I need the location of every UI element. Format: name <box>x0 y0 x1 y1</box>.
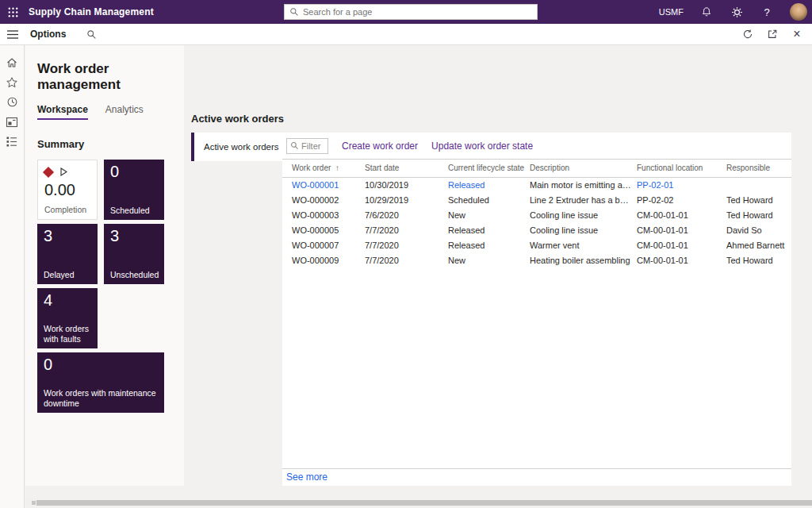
tile-value: 0 <box>110 163 119 181</box>
command-bar: Options <box>0 24 812 45</box>
lifecycle-state-cell: Released <box>448 222 530 237</box>
column-header-description[interactable]: Description <box>530 160 637 177</box>
tile-maintenance-downtime[interactable]: 0 Work orders with maintenance downtime <box>37 352 164 413</box>
functional-location-cell: CM-00-01-01 <box>637 222 726 237</box>
open-in-new-window-icon <box>767 29 778 40</box>
nav-recent-button[interactable] <box>2 92 21 112</box>
description-cell: Heating boiler assembling <box>530 252 637 267</box>
open-in-new-window-button[interactable] <box>764 25 781 43</box>
active-work-orders-heading: Active work orders <box>191 113 284 125</box>
start-date-cell: 10/30/2019 <box>365 177 448 192</box>
table-row[interactable]: WO-000009 7/7/2020 New Heating boiler as… <box>282 252 791 267</box>
responsible-cell: Ted Howard <box>726 207 791 222</box>
start-date-cell: 10/29/2019 <box>365 192 448 207</box>
work-order-cell[interactable]: WO-000002 <box>282 192 365 207</box>
tile-work-orders-with-faults[interactable]: 4 Work orders with faults <box>37 288 98 348</box>
column-header-functional-location[interactable]: Functional location <box>637 160 726 177</box>
page-search-box[interactable] <box>284 4 538 20</box>
column-header-lifecycle-state[interactable]: Current lifecycle state <box>448 160 530 177</box>
start-date-cell: 7/7/2020 <box>365 237 448 252</box>
responsible-cell: David So <box>726 222 791 237</box>
responsible-cell: Ted Howard <box>726 252 791 267</box>
lifecycle-state-cell: Scheduled <box>448 192 530 207</box>
work-order-cell[interactable]: WO-000003 <box>282 207 365 222</box>
gear-icon <box>731 6 743 18</box>
nav-workspaces-button[interactable] <box>2 112 21 132</box>
tile-label: Scheduled <box>110 206 161 216</box>
fault-diamond-icon <box>43 166 54 177</box>
tile-unscheduled[interactable]: 3 Unscheduled <box>104 224 164 284</box>
work-order-cell[interactable]: WO-000005 <box>282 222 365 237</box>
table-row[interactable]: WO-000002 10/29/2019 Scheduled Line 2 Ex… <box>282 192 791 207</box>
sort-ascending-icon: ↑ <box>335 164 339 172</box>
lifecycle-state-link[interactable]: Released <box>448 177 530 192</box>
description-cell: Cooling line issue <box>530 207 637 222</box>
refresh-button[interactable] <box>739 25 756 43</box>
work-order-cell[interactable]: WO-000009 <box>282 252 365 267</box>
table-row[interactable]: WO-000007 7/7/2020 Released Warmer vent … <box>282 237 791 252</box>
functional-location-link[interactable]: PP-02-01 <box>637 177 726 192</box>
waffle-icon <box>8 7 18 17</box>
nav-modules-button[interactable] <box>2 132 21 152</box>
see-more-link[interactable]: See more <box>286 471 327 483</box>
close-icon: × <box>793 28 800 40</box>
lifecycle-state-cell: New <box>448 207 530 222</box>
nav-rail <box>0 45 25 508</box>
grid-filter-input[interactable] <box>301 141 324 151</box>
grid-toolbar: Create work order Update work order stat… <box>282 133 791 159</box>
horizontal-scrollbar[interactable] <box>25 499 812 506</box>
search-icon <box>86 29 97 40</box>
grid-filter-box[interactable] <box>286 138 328 154</box>
toolbar-search-button[interactable] <box>86 29 97 40</box>
responsible-cell: Ted Howard <box>726 192 791 207</box>
nav-favorites-button[interactable] <box>2 72 21 92</box>
avatar[interactable] <box>790 3 807 21</box>
help-button[interactable]: ? <box>760 0 774 24</box>
scroll-left-button[interactable] <box>32 501 36 505</box>
table-header-row: Work order ↑ Start date Current lifecycl… <box>282 160 791 177</box>
work-order-cell[interactable]: WO-000007 <box>282 237 365 252</box>
active-work-orders-list-tab[interactable]: Active work orders <box>191 133 282 161</box>
page-title: Work order management <box>37 61 184 93</box>
search-icon <box>289 7 299 17</box>
options-menu[interactable]: Options <box>30 29 66 40</box>
tile-delayed[interactable]: 3 Delayed <box>37 224 98 284</box>
functional-location-cell: PP-02-02 <box>637 192 726 207</box>
column-header-start-date[interactable]: Start date <box>365 160 448 177</box>
tile-label: Unscheduled <box>110 270 161 280</box>
scrollbar-thumb[interactable] <box>36 500 812 506</box>
lifecycle-state-cell: Released <box>448 237 530 252</box>
column-header-responsible[interactable]: Responsible <box>726 160 791 177</box>
tab-workspace[interactable]: Workspace <box>37 104 88 120</box>
help-icon: ? <box>764 6 769 18</box>
table-row[interactable]: WO-000005 7/7/2020 Released Cooling line… <box>282 222 791 237</box>
page-search-input[interactable] <box>303 7 532 17</box>
clock-icon <box>6 96 18 108</box>
tile-value: 4 <box>44 291 52 310</box>
tile-scheduled[interactable]: 0 Scheduled <box>104 160 164 220</box>
modules-list-icon <box>6 136 18 148</box>
close-button[interactable]: × <box>788 25 806 43</box>
nav-toggle-button[interactable] <box>0 24 25 45</box>
company-picker[interactable]: USMF <box>659 7 684 17</box>
workspace-left-column: Work order management Workspace Analytic… <box>25 45 184 486</box>
column-header-work-order[interactable]: Work order ↑ <box>282 160 365 177</box>
tile-label: Work orders with maintenance downtime <box>44 388 161 409</box>
table-row[interactable]: WO-000003 7/6/2020 New Cooling line issu… <box>282 207 791 222</box>
description-cell: Warmer vent <box>530 237 637 252</box>
tile-label: Delayed <box>44 270 94 280</box>
start-date-cell: 7/6/2020 <box>365 207 448 222</box>
notifications-button[interactable] <box>699 0 714 24</box>
app-launcher-button[interactable] <box>0 0 25 24</box>
work-order-link[interactable]: WO-000001 <box>282 177 365 192</box>
update-work-order-state-button[interactable]: Update work order state <box>431 140 533 152</box>
nav-home-button[interactable] <box>2 52 21 72</box>
hamburger-icon <box>7 30 18 39</box>
settings-button[interactable] <box>730 0 744 24</box>
create-work-order-button[interactable]: Create work order <box>342 140 418 152</box>
tile-completion[interactable]: 0.00 Completion <box>37 160 98 220</box>
table-row[interactable]: WO-000001 10/30/2019 Released Main motor… <box>282 177 791 192</box>
app-title: Supply Chain Management <box>29 6 154 17</box>
tab-analytics[interactable]: Analytics <box>105 104 144 120</box>
list-tab-label: Active work orders <box>204 142 279 152</box>
